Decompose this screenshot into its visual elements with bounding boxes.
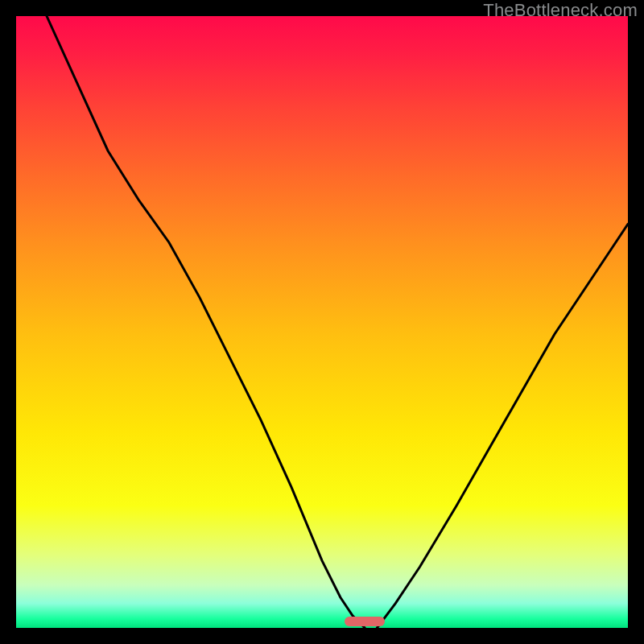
watermark-text: TheBottleneck.com xyxy=(483,0,638,21)
gradient-plot-area xyxy=(16,16,628,628)
chart-frame: TheBottleneck.com xyxy=(0,0,644,644)
optimal-marker xyxy=(345,617,385,626)
